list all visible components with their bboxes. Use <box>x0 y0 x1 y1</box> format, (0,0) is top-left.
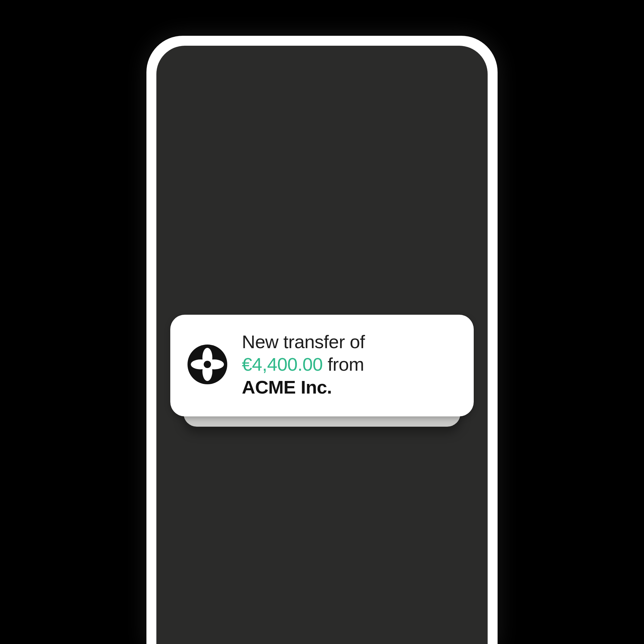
notification-amount: €4,400.00 <box>242 354 323 375</box>
phone-screen: New transfer of €4,400.00 from ACME Inc. <box>156 46 488 644</box>
notification-text: New transfer of €4,400.00 from ACME Inc. <box>242 331 454 399</box>
notification-sender: ACME Inc. <box>242 377 332 398</box>
notification-stack: New transfer of €4,400.00 from ACME Inc. <box>170 315 474 416</box>
notification-middle: from <box>328 354 364 375</box>
notification-card[interactable]: New transfer of €4,400.00 from ACME Inc. <box>170 315 474 416</box>
qonto-flower-icon <box>188 345 227 384</box>
notification-prefix: New transfer of <box>242 331 365 352</box>
phone-frame: New transfer of €4,400.00 from ACME Inc. <box>146 36 498 644</box>
